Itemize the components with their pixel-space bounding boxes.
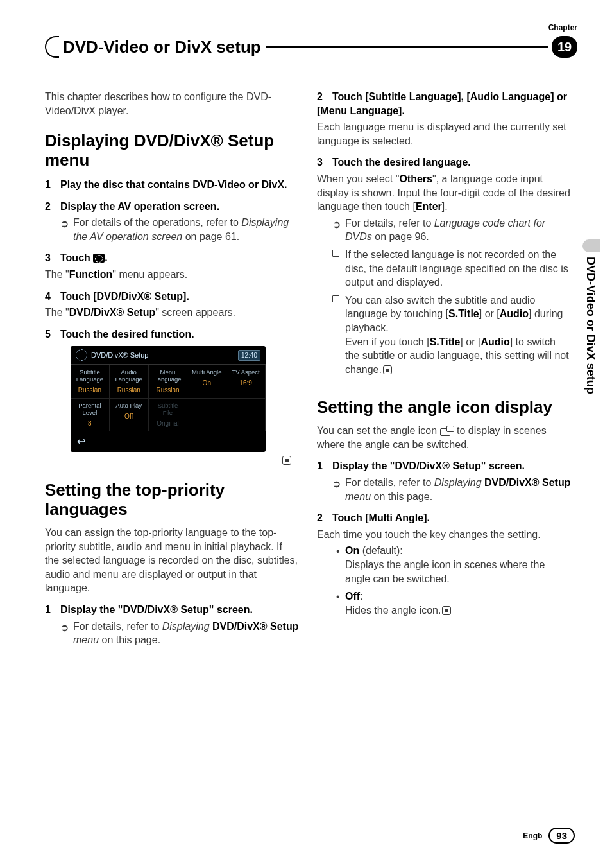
cell-audio-language[interactable]: AudioLanguageRussian xyxy=(110,365,149,397)
step-text: Touch [Subtitle Language], [Audio Langua… xyxy=(317,91,567,116)
cell-multi-angle[interactable]: Multi AngleOn xyxy=(187,365,226,397)
step-num: 2 xyxy=(317,511,332,525)
step-text: Play the disc that contains DVD-Video or… xyxy=(60,179,287,190)
cell-empty xyxy=(226,398,266,431)
end-icon xyxy=(442,606,451,615)
body-post: " menu appears. xyxy=(112,269,187,280)
setup-row-2: ParentalLevel8 Auto PlayOff SubtitleFile… xyxy=(71,398,266,431)
step-a1: 1Display the "DVD/DivX® Setup" screen. xyxy=(317,459,571,473)
step-2-subnote: ➲ For details of the operations, refer t… xyxy=(45,216,299,243)
left-column: This chapter describes how to configure … xyxy=(45,90,299,651)
step-3: 3Touch . xyxy=(45,251,299,265)
chapter-number-badge: 19 xyxy=(552,36,577,58)
cell-subtitle-language[interactable]: SubtitleLanguageRussian xyxy=(71,365,110,397)
page-number: 93 xyxy=(548,828,575,844)
cell-tv-aspect[interactable]: TV Aspect16:9 xyxy=(226,365,266,397)
content-columns: This chapter describes how to configure … xyxy=(45,90,577,651)
header-curve xyxy=(45,36,59,58)
subnote-post: on this page. xyxy=(99,634,160,645)
step-text: Touch the desired function. xyxy=(60,329,194,340)
setup-screen-time: 12:40 xyxy=(238,350,260,361)
option-body: Hides the angle icon. xyxy=(345,605,441,616)
option-label: Off xyxy=(345,591,360,602)
side-tab-bg xyxy=(582,239,600,252)
step-num: 2 xyxy=(45,200,60,214)
step-r3: 3Touch the desired language. xyxy=(317,155,571,169)
embedded-screenshot: DVD/DivX® Setup 12:40 SubtitleLanguageRu… xyxy=(45,346,299,451)
arrow-icon: ➲ xyxy=(332,218,341,232)
top-priority-paragraph: You can assign the top-priority language… xyxy=(45,526,299,595)
header-rule xyxy=(266,46,548,48)
cell-subtitle-file: SubtitleFileOriginal xyxy=(149,398,188,431)
step-r2-body: Each language menu is displayed and the … xyxy=(317,120,571,148)
step-1: 1Play the disc that contains DVD-Video o… xyxy=(45,178,299,192)
step-a2-body: Each time you touch the key changes the … xyxy=(317,528,571,542)
back-icon[interactable]: ↩ xyxy=(77,436,85,447)
end-icon xyxy=(383,365,392,374)
option-off: • Off: Hides the angle icon. xyxy=(317,589,571,617)
step-r3-sub1: ➲ For details, refer to Language code ch… xyxy=(317,216,571,244)
step-text: Display the AV operation screen. xyxy=(60,201,219,212)
end-icon xyxy=(282,456,291,465)
step-num: 1 xyxy=(45,178,60,192)
arrow-icon: ➲ xyxy=(60,217,69,231)
section-end xyxy=(45,453,299,467)
arrow-icon: ➲ xyxy=(332,477,341,491)
page-footer: Engb 93 xyxy=(523,828,575,844)
step-num: 1 xyxy=(45,603,60,617)
step-r3-sub2: If the selected language is not recorded… xyxy=(317,248,571,290)
intro-paragraph: This chapter describes how to configure … xyxy=(45,90,299,117)
step-4: 4Touch [DVD/DivX® Setup]. xyxy=(45,290,299,304)
step-5: 5Touch the desired function. xyxy=(45,327,299,342)
step-text-post: . xyxy=(105,252,107,263)
option-label: On xyxy=(345,545,359,556)
step-tp-1-subnote: ➲ For details, refer to Displaying DVD/D… xyxy=(45,620,299,647)
step-text-pre: Touch xyxy=(60,252,93,263)
heading-angle-icon: Setting the angle icon display xyxy=(317,398,571,417)
step-r2: 2Touch [Subtitle Language], [Audio Langu… xyxy=(317,90,571,117)
manual-page: Chapter DVD-Video or DivX setup 19 DVD-V… xyxy=(0,0,612,868)
gear-icon xyxy=(76,349,87,361)
cell-menu-language[interactable]: MenuLanguageRussian xyxy=(149,365,188,397)
angle-icon xyxy=(440,426,454,436)
setup-screen-title: DVD/DivX® Setup xyxy=(91,351,148,360)
subnote-post: on page 61. xyxy=(182,231,239,242)
step-r3-sub3: You can also switch the subtitle and aud… xyxy=(317,293,571,377)
bullet-icon: • xyxy=(336,590,340,604)
subnote-pre: For details, refer to xyxy=(73,621,162,632)
page-title: DVD-Video or DivX setup xyxy=(59,37,261,57)
step-a2: 2Touch [Multi Angle]. xyxy=(317,511,571,525)
cell-auto-play[interactable]: Auto PlayOff xyxy=(110,398,149,431)
cell-parental-level[interactable]: ParentalLevel8 xyxy=(71,398,110,431)
step-num: 5 xyxy=(45,327,60,342)
note-box-icon xyxy=(332,250,339,257)
subnote-pre: For details of the operations, refer to xyxy=(73,217,241,228)
step-4-body: The "DVD/DivX® Setup" screen appears. xyxy=(45,306,299,320)
step-num: 3 xyxy=(317,155,332,169)
step-tp-1: 1Display the "DVD/DivX® Setup" screen. xyxy=(45,603,299,617)
note-box-icon xyxy=(332,295,339,302)
step-3-body: The "Function" menu appears. xyxy=(45,268,299,282)
step-num: 1 xyxy=(317,459,332,473)
heading-top-priority-languages: Setting the top-priority languages xyxy=(45,481,299,519)
arrow-icon: ➲ xyxy=(60,621,69,635)
step-num: 2 xyxy=(317,90,332,104)
body-pre: The " xyxy=(45,269,69,280)
body-pre: The " xyxy=(45,307,69,318)
setup-header-left: DVD/DivX® Setup xyxy=(76,349,148,361)
step-text: Touch [DVD/DivX® Setup]. xyxy=(60,291,189,302)
angle-paragraph: You can set the angle icon to display in… xyxy=(317,424,571,451)
option-body: Displays the angle icon in scenes where … xyxy=(345,559,545,584)
chapter-label: Chapter xyxy=(548,23,577,32)
setup-screen: DVD/DivX® Setup 12:40 SubtitleLanguageRu… xyxy=(71,346,266,451)
gear-icon xyxy=(93,254,105,263)
step-text: Display the "DVD/DivX® Setup" screen. xyxy=(60,604,253,615)
step-text: Display the "DVD/DivX® Setup" screen. xyxy=(332,460,525,471)
step-2: 2Display the AV operation screen. xyxy=(45,200,299,214)
cell-empty xyxy=(187,398,226,431)
setup-row-1: SubtitleLanguageRussian AudioLanguageRus… xyxy=(71,365,266,397)
body-bold: Function xyxy=(69,269,113,280)
step-r3-body: When you select "Others", a language cod… xyxy=(317,172,571,214)
heading-displaying-setup: Displaying DVD/DivX® Setup menu xyxy=(45,132,299,170)
setup-screen-footer: ↩ xyxy=(71,431,266,452)
